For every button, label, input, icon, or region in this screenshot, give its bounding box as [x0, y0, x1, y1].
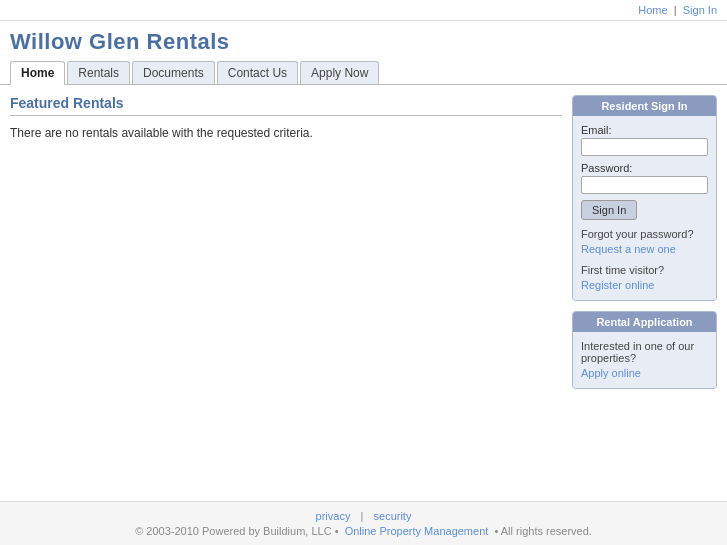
password-label: Password: — [581, 162, 708, 174]
security-link[interactable]: security — [374, 510, 412, 522]
apply-online-link[interactable]: Apply online — [581, 367, 641, 379]
forgot-password-section: Forgot your password? Request a new one — [581, 228, 708, 256]
site-title: Willow Glen Rentals — [10, 29, 717, 55]
rights-text: • All rights reserved. — [494, 525, 591, 537]
rental-application-body: Interested in one of our properties? App… — [573, 332, 716, 388]
featured-rentals-title: Featured Rentals — [10, 95, 562, 116]
footer-separator: | — [361, 510, 364, 522]
forgot-password-text: Forgot your password? — [581, 228, 708, 240]
email-field[interactable] — [581, 138, 708, 156]
sign-in-button[interactable]: Sign In — [581, 200, 637, 220]
content-area: Featured Rentals There are no rentals av… — [10, 95, 562, 140]
copyright-text: © 2003-2010 Powered by Buildium, LLC • — [135, 525, 338, 537]
online-pm-link[interactable]: Online Property Management — [345, 525, 489, 537]
site-header: Willow Glen Rentals — [0, 21, 727, 57]
top-nav-signin-link[interactable]: Sign In — [683, 4, 717, 16]
top-navigation: Home | Sign In — [0, 0, 727, 21]
first-time-text: First time visitor? — [581, 264, 708, 276]
tab-bar: Home Rentals Documents Contact Us Apply … — [0, 57, 727, 85]
register-online-link[interactable]: Register online — [581, 279, 654, 291]
top-nav-home-link[interactable]: Home — [638, 4, 667, 16]
resident-signin-header: Resident Sign In — [573, 96, 716, 116]
tab-documents[interactable]: Documents — [132, 61, 215, 84]
resident-signin-body: Email: Password: Sign In Forgot your pas… — [573, 116, 716, 300]
footer: privacy | security © 2003-2010 Powered b… — [0, 501, 727, 545]
sidebar: Resident Sign In Email: Password: Sign I… — [572, 95, 717, 389]
tab-contact-us[interactable]: Contact Us — [217, 61, 298, 84]
main-content: Featured Rentals There are no rentals av… — [0, 85, 727, 501]
rental-application-header: Rental Application — [573, 312, 716, 332]
footer-links: privacy | security — [8, 510, 719, 522]
email-label: Email: — [581, 124, 708, 136]
tab-home[interactable]: Home — [10, 61, 65, 85]
resident-signin-box: Resident Sign In Email: Password: Sign I… — [572, 95, 717, 301]
tab-rentals[interactable]: Rentals — [67, 61, 130, 84]
footer-copyright: © 2003-2010 Powered by Buildium, LLC • O… — [8, 525, 719, 537]
password-field[interactable] — [581, 176, 708, 194]
privacy-link[interactable]: privacy — [316, 510, 351, 522]
tab-apply-now[interactable]: Apply Now — [300, 61, 379, 84]
request-new-password-link[interactable]: Request a new one — [581, 243, 676, 255]
top-nav-separator: | — [674, 4, 677, 16]
no-rentals-message: There are no rentals available with the … — [10, 126, 562, 140]
interested-text: Interested in one of our properties? — [581, 340, 708, 364]
rental-application-box: Rental Application Interested in one of … — [572, 311, 717, 389]
first-time-visitor-section: First time visitor? Register online — [581, 264, 708, 292]
